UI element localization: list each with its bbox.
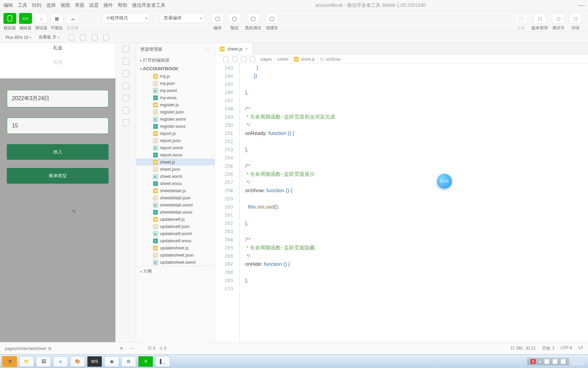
spaces-indicator[interactable]: 空格: 2	[542, 346, 555, 351]
picker-option[interactable]: 礼金	[0, 43, 115, 55]
tab-sheet-js[interactable]: JS sheet.js ×	[215, 43, 253, 55]
simulator-toggle[interactable]	[3, 13, 16, 24]
settings-icon[interactable]	[122, 119, 129, 126]
sim-type-button[interactable]: 账单类型	[7, 168, 109, 184]
file-sheet.json[interactable]: {}sheet.json	[136, 166, 215, 173]
back-icon[interactable]	[241, 57, 246, 62]
grid-icon[interactable]	[122, 95, 129, 102]
tray-battery-icon[interactable]	[544, 359, 549, 364]
action-预览[interactable]: ◯	[228, 13, 241, 24]
file-register.wxml[interactable]: ◧register.wxml	[136, 116, 215, 123]
sim-income-button[interactable]: 收入	[7, 144, 109, 160]
file-sheet.wxss[interactable]: ≡sheet.wxss	[136, 180, 215, 187]
file-my.js[interactable]: JSmy.js	[136, 73, 215, 80]
file-register.wxss[interactable]: ≡register.wxss	[136, 123, 215, 130]
menu-转到[interactable]: 转到	[32, 2, 42, 8]
more-icon[interactable]: ⋯	[130, 346, 134, 351]
forward-icon[interactable]	[250, 57, 255, 62]
task-terminal-icon[interactable]: ▌_	[155, 356, 170, 367]
warnings-icon[interactable]: ⚠ 0	[159, 346, 166, 351]
visual-toggle[interactable]: ▦	[50, 13, 63, 24]
file-sheetdetail.json[interactable]: {}sheetdetail.json	[136, 194, 215, 201]
action-编译[interactable]: ◯	[211, 13, 224, 24]
encoding-indicator[interactable]: UTF-8	[561, 346, 572, 351]
tab-close-icon[interactable]: ×	[245, 46, 248, 51]
menu-插件[interactable]: 插件	[103, 2, 113, 8]
copy-path-icon[interactable]: ⧉	[48, 346, 51, 351]
floating-timer[interactable]: 02:45	[437, 174, 452, 189]
menu-帮助[interactable]: 帮助	[118, 2, 127, 8]
file-register.json[interactable]: {}register.json	[136, 108, 215, 116]
branch-icon[interactable]	[122, 70, 129, 77]
menu-工具[interactable]: 工具	[18, 2, 27, 8]
action-真机调试[interactable]: ◯	[247, 13, 260, 24]
minimize-button[interactable]: —	[578, 1, 585, 9]
file-sheetdetail.wxml[interactable]: ◧sheetdetail.wxml	[136, 201, 215, 209]
tray-volume-icon[interactable]	[553, 359, 557, 364]
code-editor[interactable]: 243244245246247248⌄249250251⌄25225325425…	[215, 64, 588, 342]
search-icon[interactable]	[122, 58, 129, 65]
bookmark-icon[interactable]	[232, 57, 238, 62]
menu-微信开发者工具[interactable]: 微信开发者工具	[132, 2, 165, 8]
file-report.wxml[interactable]: ◧report.wxml	[136, 144, 215, 151]
menu-视图[interactable]: 视图	[61, 2, 70, 8]
menu-选择[interactable]: 选择	[46, 2, 56, 8]
file-updateself.js[interactable]: JSupdateself.js	[136, 216, 215, 223]
file-report.js[interactable]: JSreport.js	[136, 130, 215, 137]
task-devtools-icon[interactable]: ✳	[138, 356, 153, 367]
file-my.json[interactable]: {}my.json	[136, 80, 215, 87]
compile-select[interactable]: 普通编译	[160, 13, 204, 23]
layout-icon[interactable]	[122, 82, 129, 89]
picker-option[interactable]: 其他	[0, 55, 115, 70]
errors-icon[interactable]: ⓧ 0	[148, 346, 155, 351]
file-updateself.wxss[interactable]: ≡updateself.wxss	[136, 237, 215, 244]
debugger-toggle[interactable]: ⟂	[35, 13, 48, 24]
explorer-more-icon[interactable]: ⋯	[206, 47, 211, 52]
action-清缓存[interactable]: ◯	[265, 13, 278, 24]
right-版本管理[interactable]: ◻	[533, 13, 546, 24]
mode-select[interactable]: 小程序模式	[102, 13, 150, 23]
file-updatesheet.wxml[interactable]: ◧updatesheet.wxml	[136, 259, 215, 266]
bug-icon[interactable]	[122, 107, 129, 114]
file-updateself.wxml[interactable]: ◧updateself.wxml	[136, 230, 215, 237]
sub-icon-1[interactable]	[68, 34, 75, 41]
cursor-position[interactable]: 行 260 , 列 21	[511, 346, 536, 351]
task-explorer-icon[interactable]: 📁	[19, 356, 34, 367]
cloud-toggle[interactable]: ☁	[66, 13, 79, 24]
taskbar-clock[interactable]: 1 2022/3	[569, 357, 586, 366]
crumb-symbol[interactable]: onShow	[326, 57, 340, 62]
tray-up-icon[interactable]: ▴	[539, 359, 541, 364]
file-report.wxss[interactable]: ≡report.wxss	[136, 151, 215, 158]
list-icon[interactable]	[223, 57, 229, 62]
menu-设置[interactable]: 设置	[89, 2, 99, 8]
task-chrome-icon[interactable]: ◉	[104, 356, 119, 367]
file-my.wxss[interactable]: ≡my.wxss	[136, 94, 215, 101]
menu-编辑[interactable]: 编辑	[3, 2, 13, 8]
sub-icon-3[interactable]	[92, 34, 98, 41]
file-updateself.json[interactable]: {}updateself.json	[136, 223, 215, 230]
sim-amount-input[interactable]: 15	[7, 118, 109, 134]
crumb-pages[interactable]: pages	[261, 57, 272, 62]
file-updatesheet.json[interactable]: {}updatesheet.json	[136, 251, 215, 259]
hotreload-select[interactable]: 热重载 开	[37, 34, 61, 41]
file-sheetdetail.wxss[interactable]: ≡sheetdetail.wxss	[136, 209, 215, 216]
file-updatesheet.js[interactable]: JSupdatesheet.js	[136, 244, 215, 251]
tray-network-icon[interactable]	[561, 359, 566, 364]
sub-icon-4[interactable]	[103, 34, 109, 41]
task-gear-icon[interactable]: ⚙	[121, 356, 136, 367]
copy-icon[interactable]	[122, 46, 129, 52]
task-webstorm-icon[interactable]: WS	[87, 356, 102, 367]
eol-indicator[interactable]: LF	[578, 346, 583, 351]
device-select[interactable]: Plus 85% 16	[3, 34, 33, 41]
outline-section[interactable]: 大纲	[136, 266, 215, 276]
sogou-icon[interactable]: S	[530, 359, 536, 364]
project-root[interactable]: ACCOUNTBOOK	[136, 65, 215, 73]
task-app1-icon[interactable]: 🎨	[70, 356, 85, 367]
task-icon-1[interactable]: ◔	[2, 356, 17, 367]
menu-界面[interactable]: 界面	[75, 2, 84, 8]
file-sheet.js[interactable]: JSsheet.js	[136, 158, 215, 166]
right-测试号[interactable]: ◻	[552, 13, 565, 24]
crumb-center[interactable]: center	[277, 57, 289, 62]
right-详情[interactable]: ◻	[569, 13, 582, 24]
system-tray[interactable]: S ▴	[527, 358, 569, 365]
